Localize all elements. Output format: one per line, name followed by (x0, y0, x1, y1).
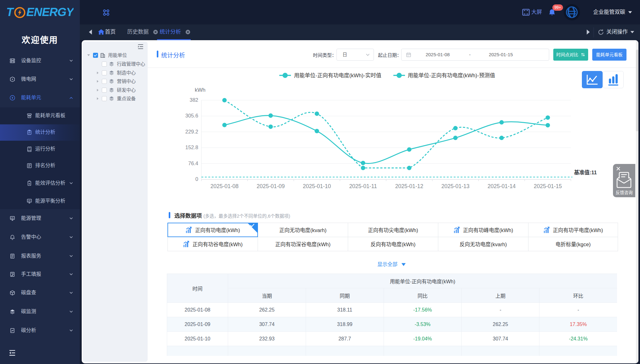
svg-text:基准值:11: 基准值:11 (574, 169, 597, 175)
svg-text:305.6: 305.6 (185, 113, 198, 118)
svg-text:2025-01-11: 2025-01-11 (349, 183, 377, 189)
svg-text:用能单位-正向有功电度(kWh)-预测值: 用能单位-正向有功电度(kWh)-预测值 (408, 73, 495, 79)
svg-text:2025-01-12: 2025-01-12 (395, 183, 424, 189)
svg-text:229.2: 229.2 (185, 129, 198, 134)
svg-text:152.8: 152.8 (185, 144, 198, 150)
svg-text:2025-01-08: 2025-01-08 (211, 183, 239, 189)
svg-text:T: T (6, 6, 14, 19)
svg-text:kWh: kWh (195, 87, 205, 93)
svg-text:382: 382 (189, 97, 198, 103)
svg-text:2025-01-13: 2025-01-13 (441, 183, 470, 189)
svg-text:2025-01-09: 2025-01-09 (257, 183, 285, 189)
svg-text:0: 0 (195, 176, 198, 182)
svg-text:反馈咨询: 反馈咨询 (616, 190, 633, 195)
svg-text:2025-01-14: 2025-01-14 (488, 183, 516, 189)
svg-text:用能单位-正向有功电度(kWh)-实时值: 用能单位-正向有功电度(kWh)-实时值 (294, 73, 381, 79)
svg-text:2025-01-15: 2025-01-15 (534, 183, 562, 189)
svg-text:2025-01-10: 2025-01-10 (303, 183, 331, 189)
svg-text:76.4: 76.4 (188, 160, 198, 166)
svg-text:ENERGY: ENERGY (26, 6, 74, 19)
